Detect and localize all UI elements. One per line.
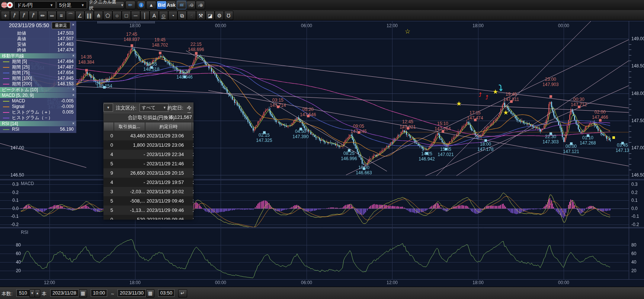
circle-tool[interactable]: ○ (112, 11, 122, 20)
reset-range-button[interactable]: ↵ (178, 289, 187, 298)
magnet-tool[interactable]: Ω (224, 11, 233, 20)
order-datetime-cell: 2023/1 (193, 131, 193, 140)
pencil-tool[interactable]: ✏ (38, 11, 47, 20)
caret-down-icon: ▼ (163, 106, 166, 109)
date-from-input[interactable]: 2023/11/28 (50, 289, 79, 297)
trough-annotation: 10:00146.663 (352, 165, 376, 175)
info-button[interactable]: ℹ (137, 1, 145, 9)
symbol-select[interactable]: ドル/円 ▼ (14, 1, 56, 9)
icon-stamp-tool[interactable]: ☺icon (159, 11, 168, 20)
pitchfork-tool[interactable]: ⋔ (94, 11, 103, 20)
timeframe-select[interactable]: 5分足 ▼ (57, 1, 87, 9)
settings-tool[interactable]: ⚙ (215, 11, 224, 20)
indicator-label: 期間 [75] (12, 70, 29, 76)
table-row[interactable]: 01,8002023/11/29 23:062023/1 (103, 140, 193, 150)
text-tool[interactable]: A (150, 11, 159, 20)
price-axis-label: 148.50 (631, 63, 644, 69)
exec-datetime-cell: 2023/11/29 09:46 (147, 215, 192, 220)
rectangle-tool[interactable]: □ (122, 11, 131, 20)
time-axis-label: 06:00 (298, 280, 315, 285)
rsi-axis-label: 20 (12, 268, 21, 273)
close-icon[interactable]: × (72, 22, 74, 27)
table-row[interactable]: 926,6502023/11/29 20:152023/1 (103, 168, 193, 178)
order-datetime-cell: 2023/1 (193, 140, 193, 150)
count-down-button[interactable]: ▼ (29, 289, 35, 298)
vertical-lines-tool[interactable]: ∥∥ (84, 11, 94, 20)
close-icon[interactable]: × (72, 53, 74, 58)
order-type-select[interactable]: すべて ▼ (140, 104, 169, 112)
trendline-2-tool[interactable]: /2 (19, 11, 29, 20)
crosshair-tool[interactable]: + (1, 11, 10, 20)
order-datetime-cell: 2023/1 (193, 159, 193, 168)
chart-canvas[interactable] (0, 0, 644, 299)
close-icon[interactable]: × (72, 87, 74, 92)
top-toolbar: ドル/円 ▼ 5分足 ▼ テクニカル選択 ▼ ✏ ℹ ▲ Bid Ask ılı… (0, 0, 644, 10)
table-header-cell[interactable] (103, 122, 114, 131)
bar-count-label: 本数: (1, 290, 13, 297)
indicator-section-header: RSI [14]× (0, 121, 76, 126)
fibonacci-arc-tool[interactable]: ⌒ (66, 11, 75, 20)
time-to-input[interactable]: 03:50 (158, 289, 174, 297)
parallel-lines-tool[interactable]: ═ (47, 11, 57, 20)
range-slider[interactable] (97, 21, 156, 23)
time-axis-label: 00:00 (212, 280, 229, 285)
fan-lines-tool[interactable]: ∠ (75, 11, 84, 20)
table-header-cell[interactable]: 取引損益... (114, 122, 145, 131)
pentagon-tool[interactable]: ⬠ (103, 11, 112, 20)
calendar-from-button[interactable]: ▦ (79, 289, 87, 298)
indicator-title: 移動平均線 (2, 53, 24, 58)
pencil-icon: ✏ (41, 13, 45, 18)
table-header-cell[interactable]: 約定日時 (145, 122, 192, 131)
indicator-row: ヒストグラム（＋）0.005 (0, 109, 76, 115)
technical-select-button[interactable]: テクニカル選択 ▼ (89, 1, 124, 9)
macd-axis-label: -0.1 (10, 214, 19, 219)
bid-button[interactable]: Bid (157, 1, 167, 9)
area-chart-button[interactable]: ▲ (146, 1, 156, 9)
table-row[interactable]: 043,4602023/11/29 23:062023/1 (103, 131, 193, 140)
close-icon[interactable]: × (72, 121, 74, 126)
close-icon[interactable]: × (72, 93, 74, 98)
zoom-out-button[interactable]: ↕⊖ (186, 1, 196, 9)
tool-sublabel: icon (159, 17, 168, 19)
table-row[interactable]: 5-1,13...2023/11/29 09:462023/1 (103, 206, 193, 215)
peak-annotation: 22:15148.696 (184, 42, 208, 52)
peak-annotation: 19:45147.811 (499, 92, 523, 102)
exec-datetime-cell: 2023/11/29 21:46 (147, 159, 192, 168)
bar-count-input[interactable]: 510 (16, 289, 30, 297)
table-row[interactable]: 05202023/11/29 09:462023 (103, 215, 193, 220)
ask-button[interactable]: Ask (166, 1, 176, 9)
price-fragment-cell: 4 (103, 178, 113, 187)
pentagon-icon: ⬠ (105, 13, 110, 18)
history-tool[interactable]: ◔ (168, 11, 177, 20)
exec-datetime-cell: 2023/11/29 22:34 (147, 150, 192, 159)
table-row[interactable]: 3-2,03...2023/11/29 10:022023/1 (103, 187, 193, 196)
table-row[interactable]: 5-508,...2023/11/29 09:462023/1 (103, 196, 193, 206)
caret-up-icon: ▲ (36, 292, 39, 295)
draw-mode-button[interactable]: ✏ (125, 1, 135, 9)
table-header-cell[interactable]: 注文日時 (192, 122, 193, 131)
copy-tool[interactable]: ⧉ (177, 11, 187, 20)
indicator-row: 期間 [25]147.487 (0, 64, 76, 70)
time-axis-label: 06:00 (298, 23, 315, 28)
table-row[interactable]: 4-2023/11/29 19:572023/1 (103, 178, 193, 187)
multi-lines-tool[interactable]: ≡ (57, 11, 66, 20)
table-row[interactable]: 4-2023/11/29 22:342023/1 (103, 150, 193, 159)
calendar-to-button[interactable]: ▦ (146, 289, 154, 298)
trendline-1-tool[interactable]: /1 (10, 11, 19, 20)
hline-tool[interactable]: ─ (131, 11, 140, 20)
eraser-tool[interactable]: ◪ (205, 11, 215, 20)
table-row[interactable]: 5-2023/11/29 21:462023/1 (103, 159, 193, 168)
chart-style-button[interactable]: ılıl (177, 1, 186, 9)
clipped-dropdown[interactable]: ▼ (103, 104, 113, 112)
caret-down-icon: ▼ (121, 3, 124, 7)
price-fragment-cell: 4 (103, 150, 113, 159)
time-from-input[interactable]: 10:00 (91, 289, 107, 297)
date-to-input[interactable]: 2023/11/30 (118, 289, 146, 297)
count-up-button[interactable]: ▲ (35, 289, 40, 298)
trendline-3-tool[interactable]: /3 (29, 11, 38, 20)
vline-tool[interactable]: │ (140, 11, 150, 20)
latest-candle-button[interactable]: 最新足 (52, 22, 70, 29)
indicator-value: 147.494 (58, 59, 74, 64)
wrench-tool[interactable]: ⚒ (196, 11, 205, 20)
zoom-in-button[interactable]: ↕⊕ (196, 1, 205, 9)
